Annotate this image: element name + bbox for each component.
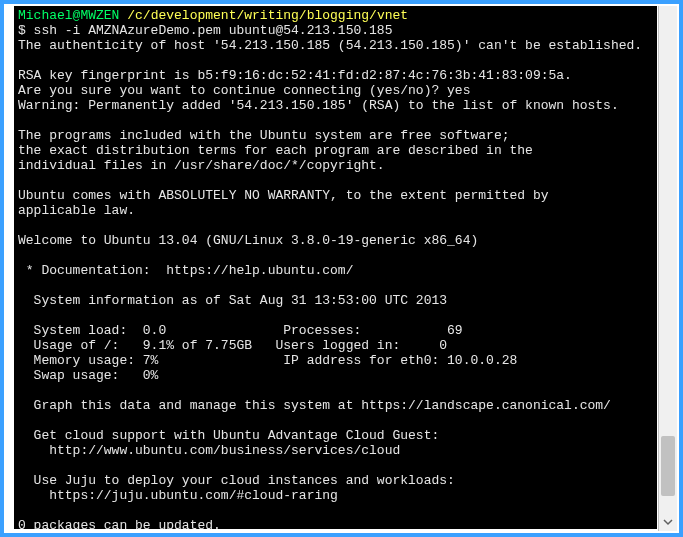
line-fingerprint: RSA key fingerprint is b5:f9:16:dc:52:41… <box>18 68 572 83</box>
line-swap: Swap usage: 0% <box>18 368 158 383</box>
scrollbar[interactable] <box>658 6 677 531</box>
line-welcome: Welcome to Ubuntu 13.04 (GNU/Linux 3.8.0… <box>18 233 478 248</box>
line-system-load: System load: 0.0 Processes: 69 <box>18 323 463 338</box>
line-updates-1: 0 packages can be updated. <box>18 518 221 529</box>
line-warning: Warning: Permanently added '54.213.150.1… <box>18 98 619 113</box>
line-programs-2: the exact distribution terms for each pr… <box>18 143 533 158</box>
line-authenticity: The authenticity of host '54.213.150.185… <box>18 38 642 53</box>
line-juju-2: https://juju.ubuntu.com/#cloud-raring <box>18 488 338 503</box>
line-memory: Memory usage: 7% IP address for eth0: 10… <box>18 353 517 368</box>
line-warranty-2: applicable law. <box>18 203 135 218</box>
prompt-user: Michael@MWZEN <box>18 8 119 23</box>
line-cloud-1: Get cloud support with Ubuntu Advantage … <box>18 428 439 443</box>
scroll-thumb[interactable] <box>661 436 675 496</box>
line-cloud-2: http://www.ubuntu.com/business/services/… <box>18 443 400 458</box>
line-continue: Are you sure you want to continue connec… <box>18 83 470 98</box>
scroll-down-button[interactable] <box>659 513 677 531</box>
scroll-track[interactable] <box>659 6 677 513</box>
line-warranty-1: Ubuntu comes with ABSOLUTELY NO WARRANTY… <box>18 188 549 203</box>
chevron-down-icon <box>663 517 673 527</box>
terminal-output[interactable]: Michael@MWZEN /c/development/writing/blo… <box>14 6 657 529</box>
prompt-path: /c/development/writing/blogging/vnet <box>127 8 408 23</box>
line-programs-3: individual files in /usr/share/doc/*/cop… <box>18 158 385 173</box>
line-sysinfo-header: System information as of Sat Aug 31 13:5… <box>18 293 447 308</box>
line-usage: Usage of /: 9.1% of 7.75GB Users logged … <box>18 338 447 353</box>
line-juju-1: Use Juju to deploy your cloud instances … <box>18 473 455 488</box>
line-programs-1: The programs included with the Ubuntu sy… <box>18 128 509 143</box>
line-documentation: * Documentation: https://help.ubuntu.com… <box>18 263 353 278</box>
window-frame: Michael@MWZEN /c/development/writing/blo… <box>0 0 683 537</box>
line-landscape: Graph this data and manage this system a… <box>18 398 611 413</box>
ssh-command: $ ssh -i AMZNAzureDemo.pem ubuntu@54.213… <box>18 23 392 38</box>
